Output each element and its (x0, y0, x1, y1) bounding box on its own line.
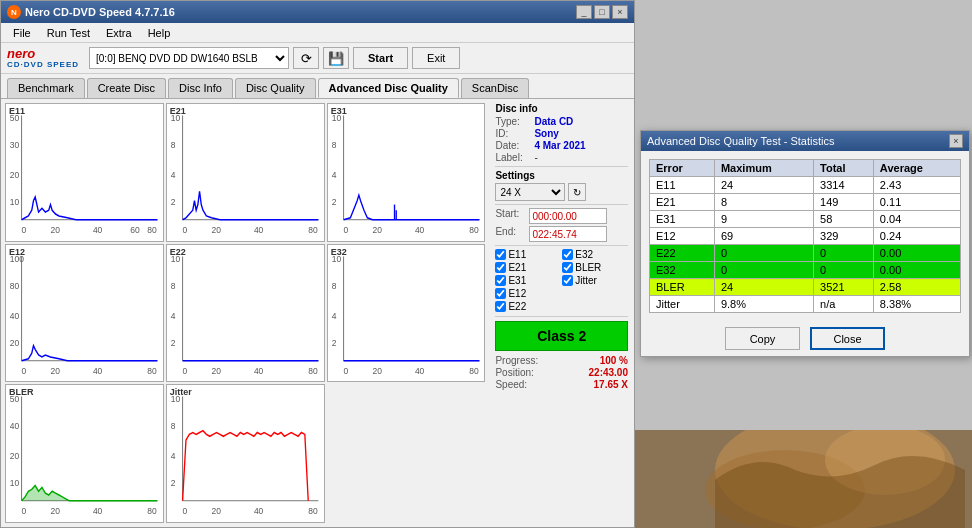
svg-text:40: 40 (93, 506, 102, 517)
titlebar-left: N Nero CD-DVD Speed 4.7.7.16 (7, 5, 175, 19)
close-button[interactable]: Close (810, 327, 885, 350)
id-value: Sony (534, 128, 558, 139)
svg-text:8: 8 (331, 280, 336, 291)
copy-button[interactable]: Copy (725, 327, 800, 350)
cb-e12-row: E12 (495, 288, 561, 299)
svg-text:20: 20 (50, 365, 59, 376)
toolbar: nero CD·DVD SPEED [0:0] BENQ DVD DD DW16… (1, 43, 634, 74)
chart-e32-label: E32 (331, 247, 347, 257)
chart-e32: E32 10 8 4 2 0 20 40 80 (327, 244, 486, 383)
menu-extra[interactable]: Extra (98, 25, 140, 41)
logo: nero CD·DVD SPEED (7, 47, 79, 69)
tab-disc-quality[interactable]: Disc Quality (235, 78, 316, 98)
svg-text:0: 0 (22, 365, 27, 376)
minimize-button[interactable]: _ (576, 5, 592, 19)
chart-e11: E11 50 30 20 10 0 20 40 60 80 (5, 103, 164, 242)
svg-text:2: 2 (331, 337, 336, 348)
label-row: Label: - (495, 152, 628, 163)
app-icon: N (7, 5, 21, 19)
speed-display-label: Speed: (495, 379, 527, 390)
cb-jitter[interactable] (562, 275, 573, 286)
tab-advanced-disc-quality[interactable]: Advanced Disc Quality (318, 78, 459, 98)
dialog-footer: Copy Close (641, 321, 969, 356)
svg-text:60: 60 (130, 225, 139, 236)
tab-scan-disc[interactable]: ScanDisc (461, 78, 529, 98)
start-input[interactable] (529, 208, 607, 224)
chart-e12: E12 100 80 40 20 0 20 40 80 (5, 244, 164, 383)
svg-text:40: 40 (415, 365, 424, 376)
svg-text:2: 2 (171, 477, 176, 488)
svg-text:80: 80 (469, 365, 478, 376)
start-row: Start: (495, 208, 628, 224)
cb-e22[interactable] (495, 301, 506, 312)
cb-e32-label: E32 (575, 249, 593, 260)
device-select[interactable]: [0:0] BENQ DVD DD DW1640 BSLB (89, 47, 289, 69)
cb-e21[interactable] (495, 262, 506, 273)
svg-text:10: 10 (10, 196, 19, 207)
cb-e31-label: E31 (508, 275, 526, 286)
titlebar-controls[interactable]: _ □ × (576, 5, 628, 19)
cb-e12[interactable] (495, 288, 506, 299)
menu-help[interactable]: Help (140, 25, 179, 41)
menu-run-test[interactable]: Run Test (39, 25, 98, 41)
start-button[interactable]: Start (353, 47, 408, 69)
cb-e22-row: E22 (495, 301, 561, 312)
cb-e32[interactable] (562, 249, 573, 260)
exit-button[interactable]: Exit (412, 47, 460, 69)
id-row: ID: Sony (495, 128, 628, 139)
close-button[interactable]: × (612, 5, 628, 19)
svg-text:40: 40 (254, 506, 263, 517)
save-button[interactable]: 💾 (323, 47, 349, 69)
svg-text:20: 20 (372, 365, 381, 376)
table-row: E32000.00 (650, 262, 961, 279)
refresh-button[interactable]: ⟳ (293, 47, 319, 69)
disc-label-value: - (534, 152, 537, 163)
tab-create-disc[interactable]: Create Disc (87, 78, 166, 98)
svg-text:30: 30 (10, 139, 19, 150)
svg-text:40: 40 (10, 310, 19, 321)
chart-e31-label: E31 (331, 106, 347, 116)
table-row: BLER2435212.58 (650, 279, 961, 296)
svg-text:2: 2 (171, 337, 176, 348)
chart-bler: BLER 50 40 20 10 0 20 40 80 (5, 384, 164, 523)
svg-text:20: 20 (211, 225, 220, 236)
menu-file[interactable]: File (5, 25, 39, 41)
maximize-button[interactable]: □ (594, 5, 610, 19)
dialog-close-button[interactable]: × (949, 134, 963, 148)
start-label: Start: (495, 208, 525, 224)
tab-benchmark[interactable]: Benchmark (7, 78, 85, 98)
cb-e31-row: E31 (495, 275, 561, 286)
svg-text:40: 40 (93, 365, 102, 376)
cb-e11[interactable] (495, 249, 506, 260)
svg-text:80: 80 (147, 225, 156, 236)
tab-bar: Benchmark Create Disc Disc Info Disc Qua… (1, 74, 634, 99)
dialog-titlebar: Advanced Disc Quality Test - Statistics … (641, 131, 969, 151)
cb-e22-label: E22 (508, 301, 526, 312)
table-row: E2181490.11 (650, 194, 961, 211)
speed-row: 8 X16 X24 X32 X40 X48 XMax ↻ (495, 183, 628, 201)
checkboxes-grid: E11 E32 E21 BLER E31 (495, 249, 628, 313)
svg-text:2: 2 (331, 196, 336, 207)
date-value: 4 Mar 2021 (534, 140, 585, 151)
end-label: End: (495, 226, 525, 242)
type-row: Type: Data CD (495, 116, 628, 127)
cb-bler[interactable] (562, 262, 573, 273)
tab-disc-info[interactable]: Disc Info (168, 78, 233, 98)
svg-text:80: 80 (10, 280, 19, 291)
svg-text:40: 40 (10, 421, 19, 432)
cb-e21-label: E21 (508, 262, 526, 273)
speed-refresh-button[interactable]: ↻ (568, 183, 586, 201)
chart-e22: E22 10 8 4 2 0 20 40 80 (166, 244, 325, 383)
svg-text:20: 20 (211, 506, 220, 517)
cb-e31[interactable] (495, 275, 506, 286)
svg-text:8: 8 (171, 421, 176, 432)
end-input[interactable] (529, 226, 607, 242)
svg-text:4: 4 (171, 310, 176, 321)
col-maximum: Maximum (714, 160, 813, 177)
table-row: E319580.04 (650, 211, 961, 228)
svg-text:40: 40 (254, 365, 263, 376)
progress-row: Progress: 100 % (495, 355, 628, 366)
speed-select[interactable]: 8 X16 X24 X32 X40 X48 XMax (495, 183, 565, 201)
col-error: Error (650, 160, 715, 177)
svg-text:20: 20 (50, 506, 59, 517)
